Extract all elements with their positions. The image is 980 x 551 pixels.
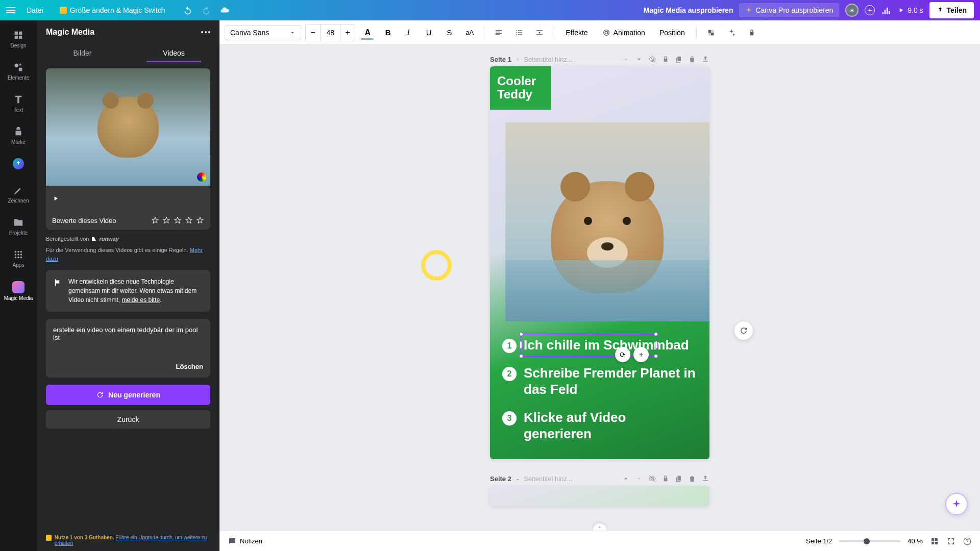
lock-page-icon[interactable] bbox=[662, 474, 670, 483]
lock-page-icon[interactable] bbox=[662, 55, 670, 63]
nav-magic-media[interactable]: Magic Media bbox=[0, 279, 37, 303]
step-3[interactable]: 3 Klicke auf Video generieren bbox=[502, 409, 697, 442]
bold-button[interactable]: B bbox=[380, 24, 396, 41]
hero-image[interactable] bbox=[505, 122, 709, 321]
magic-media-icon bbox=[12, 281, 24, 293]
step-1[interactable]: 1 Ich chille im Schwimmbad bbox=[502, 337, 697, 354]
cloud-sync-icon[interactable] bbox=[220, 6, 229, 15]
share-button[interactable]: Teilen bbox=[929, 2, 974, 18]
resize-handle[interactable] bbox=[654, 332, 658, 336]
back-button[interactable]: Zurück bbox=[46, 410, 210, 429]
page-1-title-input[interactable]: Seitentitel hinz... bbox=[524, 56, 572, 63]
nav-elements[interactable]: Elemente bbox=[0, 60, 37, 83]
page-down-icon[interactable] bbox=[635, 474, 643, 483]
resize-handle[interactable] bbox=[654, 354, 658, 358]
page-2-title-input[interactable]: Seitentitel hinz... bbox=[524, 475, 572, 483]
nav-text[interactable]: Text bbox=[0, 92, 37, 115]
user-avatar[interactable]: a bbox=[845, 4, 859, 17]
menu-burger[interactable] bbox=[6, 7, 15, 13]
zoom-slider[interactable] bbox=[839, 540, 900, 542]
report-link[interactable]: melde es bitte bbox=[121, 296, 160, 304]
nav-apps[interactable]: Apps bbox=[0, 247, 37, 270]
export-page-icon[interactable] bbox=[701, 55, 709, 63]
text-color-button[interactable]: A bbox=[359, 24, 376, 41]
page-up-icon[interactable] bbox=[622, 55, 630, 63]
panel-more-menu[interactable] bbox=[201, 31, 210, 33]
tab-images[interactable]: Bilder bbox=[37, 44, 128, 62]
hide-page-icon[interactable] bbox=[648, 474, 656, 483]
underline-button[interactable]: U bbox=[421, 24, 437, 41]
position-button[interactable]: Position bbox=[654, 29, 690, 37]
hide-page-icon[interactable] bbox=[648, 55, 656, 63]
regenerate-element-button[interactable] bbox=[734, 321, 753, 340]
generate-button[interactable]: Neu generieren bbox=[46, 385, 210, 405]
star-icon[interactable] bbox=[196, 216, 204, 224]
list-button[interactable] bbox=[511, 24, 527, 41]
prompt-textarea[interactable] bbox=[53, 326, 203, 355]
effects-button[interactable]: Effekte bbox=[560, 29, 593, 37]
canvas-title-block[interactable]: Cooler Teddy bbox=[490, 66, 551, 110]
font-size-increase[interactable]: + bbox=[340, 24, 355, 41]
spacing-button[interactable] bbox=[531, 24, 548, 41]
font-size-decrease[interactable]: − bbox=[306, 24, 320, 41]
help-icon[interactable] bbox=[963, 537, 972, 546]
text-case-button[interactable]: aA bbox=[461, 24, 478, 41]
delete-page-icon[interactable] bbox=[688, 474, 696, 483]
zoom-value[interactable]: 40 % bbox=[908, 537, 923, 545]
generated-video-card[interactable]: Bewerte dieses Video bbox=[46, 68, 210, 230]
rotate-tool[interactable]: ⟳ bbox=[615, 347, 630, 362]
add-tool[interactable]: + bbox=[633, 347, 649, 362]
nav-draw[interactable]: Zeichnen bbox=[0, 183, 37, 206]
resize-magic-switch[interactable]: Größe ändern & Magic Switch bbox=[55, 4, 170, 16]
duplicate-page-icon[interactable] bbox=[675, 55, 683, 63]
tab-videos[interactable]: Videos bbox=[128, 44, 219, 62]
assistant-fab[interactable] bbox=[945, 493, 968, 515]
delete-page-icon[interactable] bbox=[688, 55, 696, 63]
add-collaborator[interactable]: + bbox=[865, 5, 875, 15]
redo-icon[interactable] bbox=[202, 6, 211, 15]
play-video-icon[interactable] bbox=[52, 195, 59, 202]
star-icon[interactable] bbox=[174, 216, 182, 224]
try-pro-button[interactable]: Canva Pro ausprobieren bbox=[739, 3, 839, 17]
font-family-select[interactable]: Canva Sans bbox=[225, 25, 301, 40]
star-icon[interactable] bbox=[151, 216, 159, 224]
page-1-canvas[interactable]: Cooler Teddy 1 Ich chille im Schwimmbad bbox=[490, 66, 709, 459]
page-up-icon[interactable] bbox=[622, 474, 630, 483]
rules-text: Für die Verwendung dieses Videos gibt es… bbox=[46, 247, 188, 253]
present-duration[interactable]: 9.0 s bbox=[897, 6, 923, 14]
italic-button[interactable]: I bbox=[400, 24, 416, 41]
magic-wand-button[interactable] bbox=[723, 24, 740, 41]
color-palette-icon[interactable] bbox=[197, 172, 206, 182]
try-magic-media[interactable]: Magic Media ausprobieren bbox=[644, 6, 733, 14]
notes-button[interactable]: Notizen bbox=[228, 537, 262, 546]
resize-handle[interactable] bbox=[519, 332, 523, 336]
file-menu[interactable]: Datei bbox=[22, 4, 47, 16]
page-down-icon[interactable] bbox=[635, 55, 643, 63]
clear-prompt-button[interactable]: Löschen bbox=[53, 363, 203, 370]
fullscreen-icon[interactable] bbox=[946, 537, 955, 546]
transparency-button[interactable] bbox=[703, 24, 719, 41]
undo-icon[interactable] bbox=[183, 6, 192, 15]
text-align-button[interactable] bbox=[491, 24, 507, 41]
star-icon[interactable] bbox=[162, 216, 170, 224]
animation-button[interactable]: Animation bbox=[597, 29, 650, 37]
zoom-thumb[interactable] bbox=[864, 538, 870, 544]
nav-projects[interactable]: Projekte bbox=[0, 215, 37, 238]
page-indicator[interactable]: Seite 1/2 bbox=[806, 537, 832, 545]
grid-view-icon[interactable] bbox=[930, 537, 939, 546]
export-page-icon[interactable] bbox=[701, 474, 709, 483]
nav-design[interactable]: Design bbox=[0, 28, 37, 51]
analytics-icon[interactable] bbox=[881, 5, 891, 15]
star-icon[interactable] bbox=[185, 216, 193, 224]
font-size-input[interactable] bbox=[320, 24, 340, 41]
resize-handle[interactable] bbox=[519, 341, 522, 349]
page-2-canvas[interactable] bbox=[490, 486, 709, 506]
resize-handle[interactable] bbox=[519, 354, 523, 358]
step-2[interactable]: 2 Schreibe Fremder Planet in das Feld bbox=[502, 365, 697, 398]
strikethrough-button[interactable]: S bbox=[441, 24, 457, 41]
nav-uploads[interactable] bbox=[0, 156, 37, 173]
rating-stars[interactable] bbox=[151, 216, 204, 224]
nav-brand[interactable]: Marke bbox=[0, 124, 37, 147]
lock-button[interactable] bbox=[744, 24, 760, 41]
duplicate-page-icon[interactable] bbox=[675, 474, 683, 483]
